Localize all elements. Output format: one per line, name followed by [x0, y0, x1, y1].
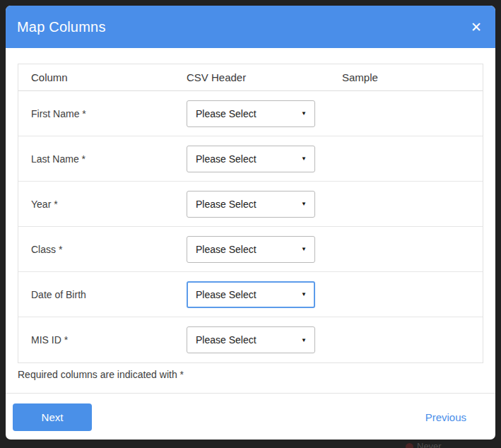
header-sample: Sample [329, 71, 483, 83]
row-label-class: Class * [18, 244, 174, 255]
row-label-last-name: Last Name * [18, 153, 174, 165]
next-button[interactable]: Next [13, 403, 92, 431]
row-label-date-of-birth: Date of Birth [18, 289, 174, 300]
dialog-title: Map Columns [17, 19, 471, 35]
header-column: Column [18, 71, 174, 83]
csv-header-select-last-name[interactable]: Please Select [187, 146, 315, 172]
dialog-header: Map Columns ✕ [6, 6, 495, 48]
column-mapping-table: Column CSV Header Sample First Name * Pl… [18, 64, 483, 363]
table-row: Last Name * Please Select ▼ [18, 136, 483, 182]
table-row: Date of Birth Please Select ▼ [18, 272, 483, 317]
table-row: First Name * Please Select ▼ [18, 91, 483, 136]
table-row: MIS ID * Please Select ▼ [18, 317, 483, 362]
background-page-hint: Never [0, 438, 501, 448]
csv-header-select-class[interactable]: Please Select [187, 236, 315, 263]
row-label-first-name: First Name * [18, 108, 174, 119]
table-row: Year * Please Select ▼ [18, 182, 483, 227]
csv-header-select-mis-id[interactable]: Please Select [187, 326, 315, 353]
table-row: Class * Please Select ▼ [18, 227, 483, 272]
header-csv-header: CSV Header [174, 71, 329, 83]
dialog-footer: Next Previous [6, 394, 495, 440]
previous-link[interactable]: Previous [425, 411, 466, 423]
modal-backdrop: Never Map Columns ✕ Column CSV Header Sa… [0, 0, 501, 448]
row-label-year: Year * [18, 199, 174, 210]
dialog-body: Column CSV Header Sample First Name * Pl… [6, 48, 495, 381]
close-icon[interactable]: ✕ [471, 20, 482, 34]
map-columns-dialog: Map Columns ✕ Column CSV Header Sample F… [6, 6, 495, 440]
required-columns-note: Required columns are indicated with * [18, 369, 483, 381]
row-label-mis-id: MIS ID * [18, 334, 174, 346]
csv-header-select-first-name[interactable]: Please Select [187, 100, 315, 127]
background-status-dot [406, 443, 413, 448]
background-hint-text: Never [417, 441, 442, 448]
csv-header-select-year[interactable]: Please Select [187, 191, 315, 218]
table-header-row: Column CSV Header Sample [18, 64, 483, 91]
csv-header-select-date-of-birth[interactable]: Please Select [187, 281, 315, 308]
